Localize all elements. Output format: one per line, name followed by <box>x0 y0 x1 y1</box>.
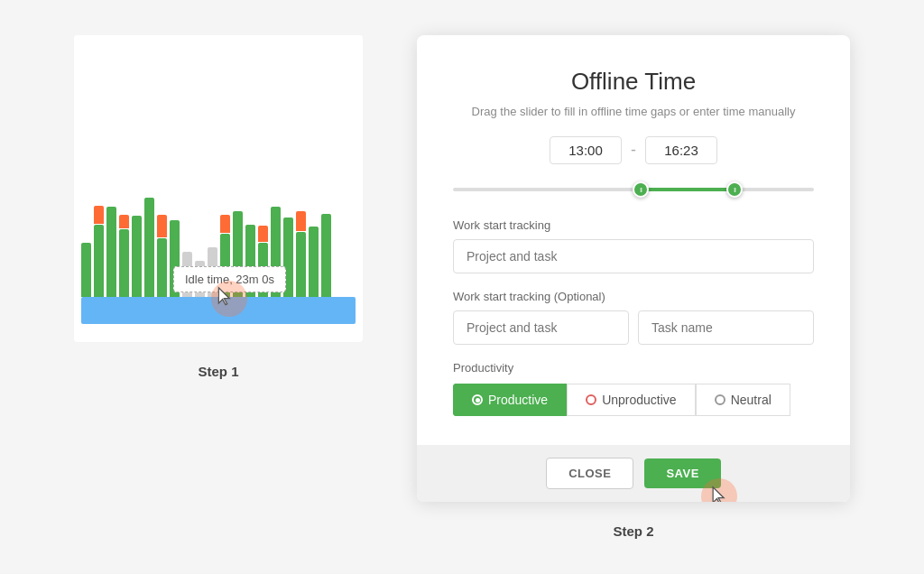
work-start-label: Work start tracking <box>453 218 814 232</box>
bar <box>220 215 230 233</box>
bar <box>132 216 142 297</box>
save-cursor-icon <box>708 486 730 502</box>
time-start-input[interactable] <box>550 136 622 164</box>
work-start-field: Work start tracking <box>453 218 814 273</box>
step1-container: Idle time, 23m 0s Step 1 <box>74 35 363 379</box>
bar-col-2 <box>94 206 104 297</box>
btn-unproductive[interactable]: Unproductive <box>567 384 696 416</box>
radio-productive <box>472 394 483 405</box>
bar <box>309 227 319 297</box>
productivity-buttons: Productive Unproductive Neutral <box>453 384 814 416</box>
step2-container: Offline Time Drag the slider to fill in … <box>417 35 850 539</box>
bar-col-5 <box>132 216 142 297</box>
bar-col-4 <box>119 215 129 297</box>
bar <box>296 232 306 297</box>
productivity-section: Productivity Productive Unproductive <box>453 361 814 416</box>
slider-thumb-left[interactable] <box>633 181 649 198</box>
dialog-subtitle: Drag the slider to fill in offline time … <box>453 105 814 118</box>
bar-col-17 <box>321 214 331 297</box>
bar <box>321 214 331 297</box>
bar-col-7 <box>157 215 167 297</box>
bar <box>157 238 167 297</box>
time-dash: - <box>631 141 636 160</box>
close-button[interactable]: CLOSE <box>546 458 633 489</box>
bar-col-16 <box>309 227 319 297</box>
productivity-label: Productivity <box>453 361 814 375</box>
work-start-optional-label: Work start tracking (Optional) <box>453 290 814 303</box>
dialog-box: Offline Time Drag the slider to fill in … <box>417 35 850 502</box>
slider-fill <box>641 188 735 191</box>
step1-label: Step 1 <box>198 364 238 379</box>
dialog-title: Offline Time <box>453 68 814 96</box>
save-wrapper: SAVE <box>644 458 720 489</box>
bar <box>119 215 129 228</box>
dialog-content: Offline Time Drag the slider to fill in … <box>417 35 850 445</box>
bar <box>296 211 306 231</box>
work-start-optional-row <box>453 310 814 345</box>
btn-productive[interactable]: Productive <box>453 384 567 416</box>
main-container: Idle time, 23m 0s Step 1 Offline Time Dr… <box>0 0 924 574</box>
chart-wrapper: Idle time, 23m 0s <box>74 35 363 342</box>
cursor-icon <box>214 286 236 308</box>
work-start-input[interactable] <box>453 239 814 273</box>
radio-unproductive <box>586 394 596 405</box>
slider-thumb-right[interactable] <box>726 181 743 198</box>
time-end-input[interactable] <box>645 136 717 164</box>
bar-col-15 <box>296 211 306 297</box>
bar <box>81 243 91 297</box>
bar <box>258 226 268 242</box>
radio-neutral <box>715 394 725 405</box>
chart-bars <box>74 35 363 297</box>
time-row: - <box>453 136 814 164</box>
bar-col-6 <box>144 198 154 297</box>
bar <box>119 229 129 297</box>
bar <box>94 225 104 297</box>
project-input[interactable] <box>453 310 629 345</box>
bar <box>106 207 116 297</box>
bar <box>144 198 154 297</box>
bar-col-1 <box>81 243 91 297</box>
bar <box>157 215 167 237</box>
work-start-optional-field: Work start tracking (Optional) <box>453 290 814 345</box>
bar-col-3 <box>106 207 116 297</box>
task-input[interactable] <box>638 310 814 345</box>
btn-neutral[interactable]: Neutral <box>696 384 790 416</box>
dialog-footer: CLOSE SAVE <box>417 445 850 502</box>
bar <box>94 206 104 224</box>
step2-label: Step 2 <box>613 523 653 539</box>
slider-container[interactable] <box>453 181 814 199</box>
